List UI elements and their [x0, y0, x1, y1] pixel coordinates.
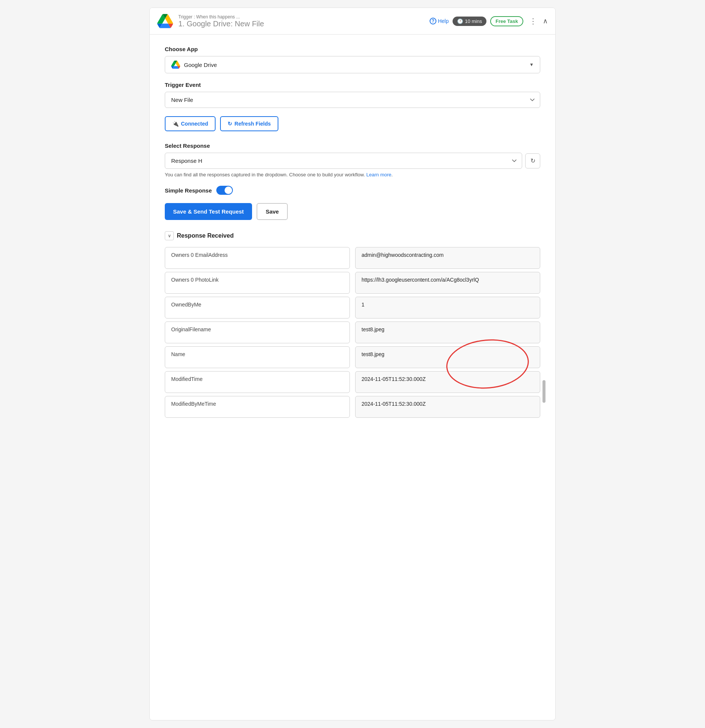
choose-app-label: Choose App: [165, 46, 540, 52]
select-response-label: Select Response: [165, 143, 540, 149]
field-value[interactable]: [355, 247, 540, 269]
clock-icon: 🕐: [457, 18, 463, 24]
learn-more-link[interactable]: Learn more: [366, 172, 391, 177]
field-value[interactable]: [355, 297, 540, 318]
connected-button[interactable]: 🔌 Connected: [165, 116, 216, 131]
table-row: ModifiedTime: [165, 371, 540, 393]
table-row: Owners 0 PhotoLink: [165, 272, 540, 294]
simple-response-label: Simple Response: [165, 187, 212, 194]
select-response-dropdown[interactable]: Response H: [165, 153, 522, 169]
header-left: Trigger : When this happens ... 1. Googl…: [157, 13, 264, 29]
more-options-button[interactable]: ⋮: [527, 16, 539, 26]
trigger-event-label: Trigger Event: [165, 82, 540, 88]
field-value[interactable]: [355, 322, 540, 343]
response-info-text: You can find all the responses captured …: [165, 172, 540, 177]
header: Trigger : When this happens ... 1. Googl…: [150, 8, 555, 35]
field-value[interactable]: [355, 396, 540, 418]
chevron-down-icon: ∨: [165, 231, 174, 240]
table-row: OwnedByMe: [165, 297, 540, 318]
header-right: ? Help 🕐 10 mins Free Task ⋮ ∧: [430, 16, 548, 26]
main-panel: Trigger : When this happens ... 1. Googl…: [149, 8, 556, 720]
simple-response-row: Simple Response: [165, 186, 540, 195]
field-key: Owners 0 EmailAddress: [165, 247, 350, 269]
header-subtitle: Trigger : When this happens ...: [178, 14, 264, 20]
save-test-button[interactable]: Save & Send Test Request: [165, 203, 252, 220]
choose-app-dropdown[interactable]: Google Drive ▼: [165, 56, 540, 73]
save-button[interactable]: Save: [257, 203, 288, 220]
simple-response-toggle[interactable]: [216, 186, 233, 195]
choose-app-value: Google Drive: [184, 62, 526, 68]
field-key: ModifiedTime: [165, 371, 350, 393]
gdrive-small-icon: [171, 60, 180, 69]
plug-icon: 🔌: [172, 121, 179, 127]
gdrive-logo-icon: [157, 13, 173, 29]
refresh-fields-button[interactable]: ↻ Refresh Fields: [220, 116, 278, 131]
refresh-icon: ↻: [228, 121, 232, 127]
refresh-small-icon: ↻: [530, 157, 535, 164]
field-value[interactable]: [355, 346, 540, 368]
field-key: Owners 0 PhotoLink: [165, 272, 350, 294]
field-key: OriginalFilename: [165, 322, 350, 343]
response-refresh-button[interactable]: ↻: [525, 153, 540, 168]
trigger-event-select[interactable]: New File: [165, 92, 540, 108]
table-row: Owners 0 EmailAddress: [165, 247, 540, 269]
data-rows-wrapper: Owners 0 EmailAddressOwners 0 PhotoLinkO…: [165, 247, 540, 418]
free-task-badge: Free Task: [490, 16, 523, 26]
response-select-row: Response H ↻: [165, 153, 540, 169]
data-rows-container: Owners 0 EmailAddressOwners 0 PhotoLinkO…: [165, 247, 540, 418]
connection-buttons: 🔌 Connected ↻ Refresh Fields: [165, 116, 540, 131]
field-value[interactable]: [355, 371, 540, 393]
header-title: 1. Google Drive: New File: [178, 20, 264, 28]
help-button[interactable]: ? Help: [430, 18, 449, 24]
table-row: Name: [165, 346, 540, 368]
header-title-block: Trigger : When this happens ... 1. Googl…: [178, 14, 264, 28]
panel-body: Choose App Google Drive ▼ Trigger Event …: [150, 35, 555, 432]
chevron-down-icon: ▼: [529, 62, 534, 67]
table-row: ModifiedByMeTime: [165, 396, 540, 418]
collapse-button[interactable]: ∧: [543, 17, 548, 25]
help-icon: ?: [430, 18, 436, 24]
field-key: Name: [165, 346, 350, 368]
scrollbar[interactable]: [542, 380, 545, 403]
table-row: OriginalFilename: [165, 322, 540, 343]
field-key: ModifiedByMeTime: [165, 396, 350, 418]
action-buttons: Save & Send Test Request Save: [165, 203, 540, 220]
field-key: OwnedByMe: [165, 297, 350, 318]
timer-badge: 🕐 10 mins: [453, 17, 487, 26]
response-received-title: Response Received: [177, 232, 234, 239]
field-value[interactable]: [355, 272, 540, 294]
response-received-header[interactable]: ∨ Response Received: [165, 231, 540, 240]
